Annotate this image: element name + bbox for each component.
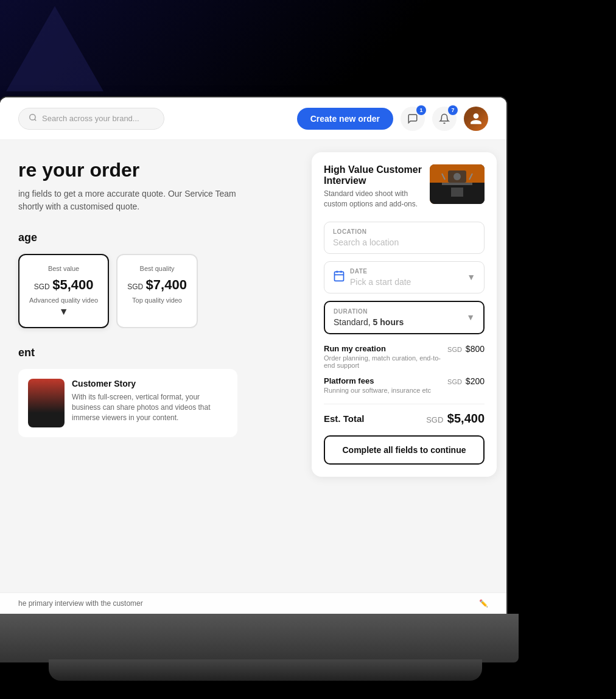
page-title: re your order bbox=[18, 158, 299, 181]
chat-button[interactable]: 1 bbox=[401, 107, 425, 131]
triangle-decoration bbox=[6, 6, 103, 91]
content-card-description: With its full-screen, vertical format, y… bbox=[72, 392, 228, 423]
svg-point-0 bbox=[30, 114, 35, 119]
svg-rect-9 bbox=[335, 272, 344, 281]
package-label-1: Best quality bbox=[127, 265, 187, 272]
total-amount: SGD $5,400 bbox=[426, 412, 485, 426]
content-text: Customer Story With its full-screen, ver… bbox=[72, 379, 228, 427]
package-price-0: SGD $5,400 bbox=[29, 277, 98, 293]
location-placeholder: Search a location bbox=[333, 237, 475, 247]
complete-button[interactable]: Complete all fields to continue bbox=[324, 435, 485, 465]
screen-content: Search across your brand... Create new o… bbox=[0, 97, 506, 614]
duration-field[interactable]: DURATION Standard, 5 hours ▼ bbox=[324, 301, 485, 334]
notification-badge: 7 bbox=[448, 105, 458, 115]
run-my-creation-label: Run my creation bbox=[324, 344, 447, 353]
duration-value: Standard, 5 hours bbox=[334, 317, 461, 327]
location-label: LOCATION bbox=[333, 228, 475, 235]
laptop-base bbox=[0, 614, 519, 662]
platform-fees-amount: SGD $200 bbox=[447, 376, 485, 386]
date-label: DATE bbox=[350, 268, 462, 275]
create-order-button[interactable]: Create new order bbox=[297, 108, 393, 130]
nav-right: Create new order 1 7 bbox=[297, 107, 488, 131]
platform-fees-description: Running our software, insurance etc bbox=[324, 387, 431, 394]
duration-label: DURATION bbox=[334, 308, 461, 315]
package-desc-1: Top quality video bbox=[127, 297, 187, 304]
chat-badge: 1 bbox=[416, 105, 426, 115]
page-subtitle: ing fields to get a more accurate quote.… bbox=[18, 188, 299, 213]
content-card: Customer Story With its full-screen, ver… bbox=[18, 369, 237, 437]
order-card-header: High Value Customer Interview Standard v… bbox=[324, 164, 485, 209]
run-my-creation-amount: SGD $800 bbox=[447, 344, 485, 354]
dark-background bbox=[0, 0, 616, 107]
date-placeholder: Pick a start date bbox=[350, 277, 462, 287]
order-card-title: High Value Customer Interview bbox=[324, 164, 422, 186]
total-label: Est. Total bbox=[324, 413, 364, 424]
package-card-best-value[interactable]: Best value SGD $5,400 Advanced quality v… bbox=[18, 254, 109, 328]
package-label-0: Best value bbox=[29, 265, 98, 272]
duration-chevron-icon: ▼ bbox=[466, 312, 475, 322]
search-icon bbox=[29, 113, 37, 124]
date-field[interactable]: DATE Pick a start date ▼ bbox=[324, 261, 485, 293]
laptop-background: Search across your brand... Create new o… bbox=[0, 0, 616, 699]
laptop-screen: Search across your brand... Create new o… bbox=[0, 97, 506, 614]
notification-button[interactable]: 7 bbox=[432, 107, 457, 131]
right-panel: High Value Customer Interview Standard v… bbox=[312, 140, 506, 614]
left-panel: re your order ing fields to get a more a… bbox=[0, 140, 312, 614]
date-chevron-icon: ▼ bbox=[467, 272, 475, 282]
search-bar[interactable]: Search across your brand... bbox=[18, 108, 164, 130]
package-section-label: age bbox=[18, 231, 299, 244]
divider bbox=[324, 404, 485, 404]
chevron-down-icon: ▼ bbox=[29, 306, 98, 317]
location-field[interactable]: LOCATION Search a location bbox=[324, 222, 485, 254]
calendar-icon bbox=[333, 270, 345, 285]
svg-rect-5 bbox=[442, 183, 472, 185]
svg-point-4 bbox=[453, 173, 461, 180]
bottom-bar: he primary interview with the customer ✏… bbox=[0, 592, 312, 614]
order-card-thumbnail bbox=[430, 164, 485, 204]
order-card-info: High Value Customer Interview Standard v… bbox=[324, 164, 422, 209]
platform-fees-row: Platform fees Running our software, insu… bbox=[324, 376, 485, 394]
content-thumbnail bbox=[28, 379, 65, 427]
navbar: Search across your brand... Create new o… bbox=[0, 97, 506, 140]
pricing-section: Run my creation Order planning, match cu… bbox=[324, 344, 485, 394]
content-card-title: Customer Story bbox=[72, 379, 228, 388]
platform-fees-label: Platform fees bbox=[324, 376, 431, 385]
content-section-label: ent bbox=[18, 346, 299, 359]
package-card-best-quality[interactable]: Best quality SGD $7,400 Top quality vide… bbox=[116, 254, 198, 328]
total-row: Est. Total SGD $5,400 bbox=[324, 412, 485, 426]
svg-rect-6 bbox=[451, 188, 463, 197]
package-price-1: SGD $7,400 bbox=[127, 277, 187, 293]
avatar[interactable] bbox=[464, 107, 488, 131]
order-card: High Value Customer Interview Standard v… bbox=[312, 152, 497, 477]
search-placeholder: Search across your brand... bbox=[42, 114, 139, 123]
run-my-creation-row: Run my creation Order planning, match cu… bbox=[324, 344, 485, 369]
run-my-creation-description: Order planning, match curation, end-to-e… bbox=[324, 354, 447, 369]
package-desc-0: Advanced quality video bbox=[29, 297, 98, 304]
main-area: re your order ing fields to get a more a… bbox=[0, 140, 506, 614]
bottom-bar-text: he primary interview with the customer bbox=[18, 599, 143, 608]
laptop-foot bbox=[49, 659, 482, 681]
order-card-subtitle: Standard video shoot with custom options… bbox=[324, 189, 422, 209]
package-cards: Best value SGD $5,400 Advanced quality v… bbox=[18, 254, 299, 328]
